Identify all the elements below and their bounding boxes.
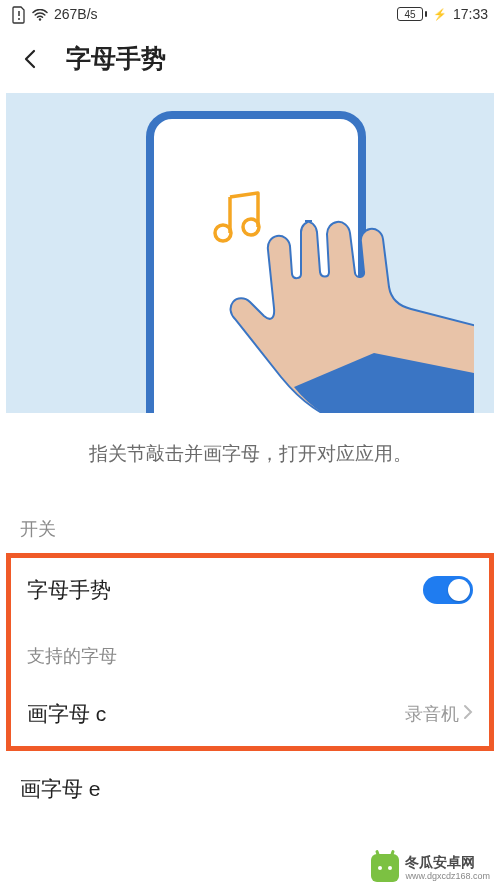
toggle-row-letter-gesture[interactable]: 字母手势 [11,558,489,622]
section-label-switch: 开关 [0,507,500,553]
row-value: 录音机 [405,702,473,726]
row-label: 画字母 e [20,775,101,803]
network-speed: 267B/s [54,6,98,22]
toggle-label: 字母手势 [27,576,111,604]
charging-icon: ⚡ [433,8,447,21]
row-label: 画字母 c [27,700,106,728]
page-title: 字母手势 [66,42,166,75]
back-button[interactable] [18,46,44,72]
watermark-title: 冬瓜安卓网 [405,855,490,870]
hand-graphic [224,213,474,413]
page-header: 字母手势 [0,28,500,93]
section-label-supported: 支持的字母 [11,622,489,682]
gesture-illustration [6,93,494,413]
wifi-icon [32,8,48,20]
status-bar: 267B/s 45 ⚡ 17:33 [0,0,500,28]
row-letter-e[interactable]: 画字母 e [0,751,500,813]
toggle-knob [448,579,470,601]
battery-indicator: 45 [397,7,427,21]
highlighted-settings-block: 字母手势 支持的字母 画字母 c 录音机 [6,553,494,751]
row-letter-c[interactable]: 画字母 c 录音机 [11,682,489,746]
android-logo-icon [371,854,399,882]
svg-point-2 [39,18,41,20]
gesture-description: 指关节敲击并画字母，打开对应应用。 [0,413,500,507]
letter-gesture-toggle[interactable] [423,576,473,604]
sim-alert-icon [12,6,26,22]
watermark-url: www.dgxcdz168.com [405,871,490,881]
svg-point-1 [18,18,20,20]
chevron-right-icon [463,704,473,725]
watermark: 冬瓜安卓网 www.dgxcdz168.com [371,854,490,882]
clock: 17:33 [453,6,488,22]
